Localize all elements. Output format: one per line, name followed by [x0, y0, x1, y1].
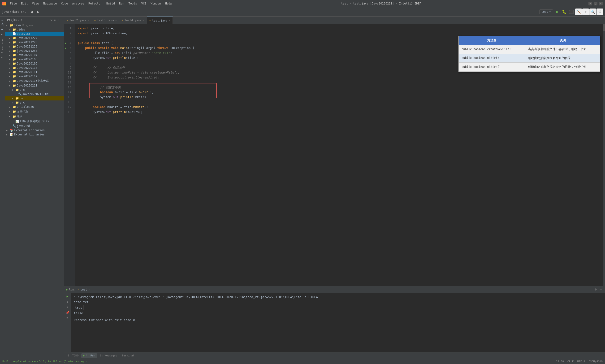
menu-edit[interactable]: Edit	[19, 1, 30, 6]
menu-bar: File Edit View Navigate Code Analyze Ref…	[8, 1, 174, 6]
tree-item-java20211228[interactable]: ▶ 📁 Java20211228	[5, 40, 64, 44]
statusbar-right: 14:38 CRLF UTF-8 CSDN@SOAO	[556, 360, 603, 363]
maximize-button[interactable]: □	[594, 2, 597, 5]
run-scroll-down[interactable]: ↓	[65, 299, 70, 304]
maximize-panel-icon[interactable]: □	[57, 18, 59, 22]
menu-refactor[interactable]: Refactor	[87, 1, 104, 6]
tab-test4[interactable]: ☕ Test4.java ✕	[119, 16, 147, 24]
tab-test3[interactable]: ☕ Test3.java ✕	[92, 16, 120, 24]
tab-run[interactable]: ▶ 4: Run	[81, 353, 97, 358]
menu-file[interactable]: File	[8, 1, 19, 6]
menu-window[interactable]: Window	[149, 1, 163, 6]
run-tab-num-icon: ▶	[83, 354, 85, 357]
popup-desc-3: 创建由此抽象路径名命名的目录，包括任何	[525, 63, 600, 72]
editor-scrollbar[interactable]	[603, 24, 605, 286]
code-line-2: import java.io.IOException;	[78, 31, 601, 36]
run-icon: ▶	[66, 288, 68, 291]
tree-item-java20220112[interactable]: ▶ 📁 Java20220112	[5, 74, 64, 78]
tree-item-java20220111[interactable]: ▶ 📁 Java20220111	[5, 70, 64, 74]
tree-item-xlsx[interactable]: 📊 1107班单词统计.xlsx	[5, 119, 64, 124]
run-button[interactable]: ▶	[554, 9, 561, 15]
tree-item-src2[interactable]: ▶ 📁 src	[5, 101, 64, 105]
titlebar: File Edit View Navigate Code Analyze Ref…	[0, 0, 605, 7]
tab-close-test3[interactable]: ✕	[115, 19, 117, 22]
minimize-panel-icon[interactable]: ─	[60, 18, 62, 22]
tree-item-java-root[interactable]: ▼ 📁 java D:\java	[5, 23, 64, 27]
back-button[interactable]: ◀	[29, 9, 35, 15]
tree-item-scratches[interactable]: ▶ 📝 External Libraries	[5, 132, 64, 137]
search-everywhere[interactable]: 🔍	[589, 9, 596, 15]
tree-item-idea[interactable]: ▶ 📁 .idea	[5, 27, 64, 32]
code-line-11: // System.out.println(newFile);	[78, 75, 601, 80]
menu-code[interactable]: Code	[59, 1, 70, 6]
tree-item-external-libraries[interactable]: ▶ 📚 External Libraries	[5, 128, 64, 132]
run-pin-button[interactable]: 📌	[65, 310, 70, 315]
menu-run[interactable]: Run	[117, 1, 126, 6]
tree-item-java20220211[interactable]: ▼ 📁 Java20220211	[5, 83, 64, 88]
tree-item-src[interactable]: ▼ 📁 src	[5, 88, 64, 92]
tab-close-test[interactable]: ✕	[168, 19, 170, 22]
debug-button[interactable]: 🐛	[561, 9, 568, 15]
tree-item-date-txt[interactable]: 📄 date.txt	[5, 32, 64, 36]
settings-icon[interactable]: ⚙	[51, 18, 52, 22]
forward-button[interactable]: ▶	[36, 9, 41, 15]
more-run-options[interactable]: ▾	[582, 9, 589, 15]
tree-item-java20211227[interactable]: ▶ 📁 Java20211227	[5, 36, 64, 40]
tree-item-java20220110[interactable]: ▶ 📁 Java20220110	[5, 66, 64, 70]
settings-button[interactable]: ⚙	[596, 9, 603, 15]
tab-terminal[interactable]: Terminal	[120, 353, 136, 358]
run-configuration[interactable]: test ▾	[539, 10, 553, 14]
menu-vcs[interactable]: VCS	[140, 1, 148, 6]
tree-item-java20211230[interactable]: ▶ 📁 java20211230	[5, 49, 64, 53]
tree-item-untitled26[interactable]: ▶ 📁 untitled26	[5, 105, 64, 109]
run-tab-close-icon[interactable]: ✕	[88, 288, 90, 291]
project-panel-icons: ⚙ ≡ □ ─	[51, 18, 62, 22]
tab-close-test2[interactable]: ✕	[88, 19, 89, 22]
code-line-12	[78, 80, 601, 85]
run-scroll-up[interactable]: ↑	[65, 305, 70, 309]
main-area: 1: Project 2: Structure Project ▾ ⚙ ≡ □ …	[0, 16, 605, 359]
tree-item-java20220104[interactable]: ▶ 📁 Java20220104	[5, 53, 64, 57]
tab-todo[interactable]: 6: TODO	[66, 353, 80, 358]
side-panel-tabs: 1: Project 2: Structure	[0, 16, 5, 359]
project-panel-title: Project ▾	[7, 18, 23, 22]
run-panel-header: ▶ Run: ☕ test ✕ ⚙ ─	[64, 286, 605, 293]
tree-item-java20220105[interactable]: ▶ 📁 Java20220105	[5, 57, 64, 62]
rerun-button[interactable]: ▶	[65, 294, 70, 299]
tab-messages[interactable]: 0: Messages	[98, 353, 119, 358]
sidebar-item-structure[interactable]: 2: Structure	[0, 37, 5, 60]
tree-item-java-iml[interactable]: 🔧 java.iml	[5, 124, 64, 128]
run-panel-settings-button[interactable]: ⚙	[593, 287, 598, 292]
run-fold-button[interactable]: ≡	[65, 315, 70, 320]
tree-item-yuandan[interactable]: ▶ 📁 元旦作业	[5, 109, 64, 114]
run-tab-label: test	[80, 288, 87, 291]
scroll-thumb[interactable]	[603, 24, 605, 31]
sidebar-item-project[interactable]: 1: Project	[0, 17, 5, 37]
menu-build[interactable]: Build	[104, 1, 117, 6]
menu-analyze[interactable]: Analyze	[70, 1, 86, 6]
menu-view[interactable]: View	[30, 1, 41, 6]
tree-item-jicheng[interactable]: ▶ 📁 继承	[5, 114, 64, 119]
cursor-position: 14:38	[556, 360, 564, 363]
popup-method-2: public boolean mkdir()	[459, 54, 525, 63]
tab-test2[interactable]: ☕ Test2.java ✕	[64, 16, 92, 24]
tree-item-iml[interactable]: 🔧 Java20220211.iml	[5, 92, 64, 96]
build-button[interactable]: 🔨	[575, 9, 582, 15]
minimize-button[interactable]: ─	[589, 2, 592, 5]
menu-help[interactable]: Help	[163, 1, 174, 6]
collapse-icon[interactable]: ≡	[54, 18, 56, 22]
menu-tools[interactable]: Tools	[127, 1, 139, 6]
run-tab[interactable]: ☕ test ✕	[77, 288, 90, 291]
close-button[interactable]: ✕	[599, 2, 603, 5]
tree-item-out[interactable]: ▶ 📁 out	[5, 96, 64, 101]
tree-item-java20211229[interactable]: ▶ 📁 Java20211229	[5, 44, 64, 49]
tab-test[interactable]: ☕ test.java ✕	[147, 16, 173, 24]
run-panel-close-button[interactable]: ─	[598, 287, 603, 292]
tree-item-java20220113[interactable]: ▶ 📁 Java20220113期末考试	[5, 78, 64, 83]
tree-item-java20220106[interactable]: ▶ 📁 Java20220106	[5, 62, 64, 66]
code-editor[interactable]: import java.io.File; import java.io.IOEx…	[75, 24, 603, 286]
menu-navigate[interactable]: Navigate	[41, 1, 59, 6]
tab-close-test4[interactable]: ✕	[143, 19, 144, 22]
stop-button[interactable]: ⬛	[568, 9, 575, 15]
titlebar-left: File Edit View Navigate Code Analyze Ref…	[2, 1, 174, 6]
